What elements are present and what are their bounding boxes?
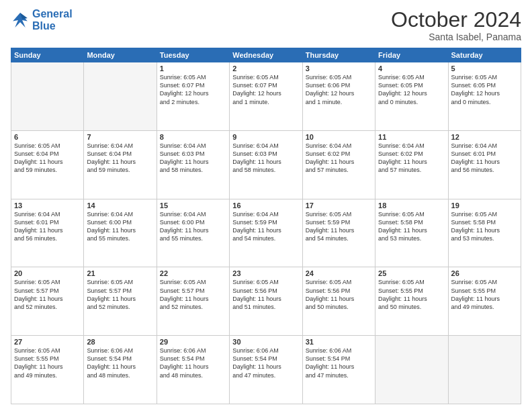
calendar-cell: 14Sunrise: 6:04 AM Sunset: 6:00 PM Dayli…: [84, 199, 157, 267]
calendar-cell: 20Sunrise: 6:05 AM Sunset: 5:57 PM Dayli…: [11, 267, 84, 336]
day-number: 18: [378, 201, 445, 210]
calendar-day-header: Monday: [84, 48, 157, 62]
day-number: 24: [306, 269, 372, 277]
cell-info: Sunrise: 6:05 AM Sunset: 5:55 PM Dayligh…: [378, 278, 445, 311]
day-number: 27: [14, 338, 81, 346]
day-number: 17: [306, 201, 372, 210]
calendar-cell: 21Sunrise: 6:05 AM Sunset: 5:57 PM Dayli…: [84, 267, 157, 336]
title-block: October 2024 Santa Isabel, Panama: [391, 8, 521, 42]
calendar-cell: 4Sunrise: 6:05 AM Sunset: 6:05 PM Daylig…: [375, 62, 448, 131]
day-number: 21: [87, 269, 153, 277]
calendar-day-header: Friday: [375, 48, 448, 62]
cell-info: Sunrise: 6:05 AM Sunset: 5:57 PM Dayligh…: [160, 278, 226, 311]
calendar-week-row: 13Sunrise: 6:04 AM Sunset: 6:01 PM Dayli…: [11, 199, 521, 267]
calendar-cell: 28Sunrise: 6:06 AM Sunset: 5:54 PM Dayli…: [84, 336, 157, 404]
cell-info: Sunrise: 6:05 AM Sunset: 6:05 PM Dayligh…: [451, 73, 518, 106]
location-subtitle: Santa Isabel, Panama: [391, 32, 521, 42]
cell-info: Sunrise: 6:04 AM Sunset: 6:03 PM Dayligh…: [232, 142, 299, 175]
calendar-cell: 8Sunrise: 6:04 AM Sunset: 6:03 PM Daylig…: [157, 130, 229, 199]
day-number: 26: [451, 269, 518, 277]
cell-info: Sunrise: 6:05 AM Sunset: 6:04 PM Dayligh…: [14, 142, 81, 175]
cell-info: Sunrise: 6:05 AM Sunset: 5:56 PM Dayligh…: [306, 278, 372, 311]
calendar-cell: 9Sunrise: 6:04 AM Sunset: 6:03 PM Daylig…: [230, 130, 302, 199]
calendar-table: SundayMondayTuesdayWednesdayThursdayFrid…: [11, 48, 521, 404]
calendar-cell: 26Sunrise: 6:05 AM Sunset: 5:55 PM Dayli…: [448, 267, 521, 336]
calendar-cell: 13Sunrise: 6:04 AM Sunset: 6:01 PM Dayli…: [11, 199, 84, 267]
day-number: 1: [160, 64, 226, 73]
cell-info: Sunrise: 6:05 AM Sunset: 5:59 PM Dayligh…: [306, 210, 372, 243]
day-number: 15: [160, 201, 226, 210]
day-number: 22: [160, 269, 226, 277]
header: General Blue October 2024 Santa Isabel, …: [11, 8, 521, 42]
calendar-cell: 30Sunrise: 6:06 AM Sunset: 5:54 PM Dayli…: [230, 336, 302, 404]
logo: General Blue: [11, 8, 73, 32]
cell-info: Sunrise: 6:05 AM Sunset: 5:58 PM Dayligh…: [378, 210, 445, 243]
cell-info: Sunrise: 6:06 AM Sunset: 5:54 PM Dayligh…: [232, 347, 299, 379]
calendar-cell: 22Sunrise: 6:05 AM Sunset: 5:57 PM Dayli…: [157, 267, 229, 336]
calendar-cell: 6Sunrise: 6:05 AM Sunset: 6:04 PM Daylig…: [11, 130, 84, 199]
logo-icon: [11, 11, 30, 30]
cell-info: Sunrise: 6:06 AM Sunset: 5:54 PM Dayligh…: [160, 347, 226, 379]
calendar-cell: 11Sunrise: 6:04 AM Sunset: 6:02 PM Dayli…: [375, 130, 448, 199]
month-title: October 2024: [391, 8, 521, 32]
calendar-cell: 23Sunrise: 6:05 AM Sunset: 5:56 PM Dayli…: [230, 267, 302, 336]
cell-info: Sunrise: 6:05 AM Sunset: 6:07 PM Dayligh…: [232, 73, 299, 106]
calendar-cell: [375, 336, 448, 404]
calendar-cell: 29Sunrise: 6:06 AM Sunset: 5:54 PM Dayli…: [157, 336, 229, 404]
calendar-cell: 27Sunrise: 6:05 AM Sunset: 5:55 PM Dayli…: [11, 336, 84, 404]
day-number: 7: [87, 133, 153, 141]
calendar-cell: 1Sunrise: 6:05 AM Sunset: 6:07 PM Daylig…: [157, 62, 229, 131]
page: General Blue October 2024 Santa Isabel, …: [0, 0, 532, 411]
calendar-cell: 16Sunrise: 6:04 AM Sunset: 5:59 PM Dayli…: [230, 199, 302, 267]
cell-info: Sunrise: 6:06 AM Sunset: 5:54 PM Dayligh…: [87, 347, 153, 379]
day-number: 23: [232, 269, 299, 277]
calendar-header-row: SundayMondayTuesdayWednesdayThursdayFrid…: [11, 48, 521, 62]
cell-info: Sunrise: 6:04 AM Sunset: 6:01 PM Dayligh…: [451, 142, 518, 175]
day-number: 20: [14, 269, 81, 277]
day-number: 25: [378, 269, 445, 277]
calendar-cell: 31Sunrise: 6:06 AM Sunset: 5:54 PM Dayli…: [302, 336, 375, 404]
day-number: 19: [451, 201, 518, 210]
calendar-cell: 7Sunrise: 6:04 AM Sunset: 6:04 PM Daylig…: [84, 130, 157, 199]
day-number: 28: [87, 338, 153, 346]
calendar-day-header: Wednesday: [230, 48, 302, 62]
cell-info: Sunrise: 6:04 AM Sunset: 6:00 PM Dayligh…: [87, 210, 153, 243]
calendar-week-row: 6Sunrise: 6:05 AM Sunset: 6:04 PM Daylig…: [11, 130, 521, 199]
cell-info: Sunrise: 6:05 AM Sunset: 5:56 PM Dayligh…: [232, 278, 299, 311]
calendar-cell: 5Sunrise: 6:05 AM Sunset: 6:05 PM Daylig…: [448, 62, 521, 131]
calendar-cell: [84, 62, 157, 131]
svg-marker-0: [13, 13, 28, 28]
calendar-cell: 2Sunrise: 6:05 AM Sunset: 6:07 PM Daylig…: [230, 62, 302, 131]
calendar-day-header: Tuesday: [157, 48, 229, 62]
cell-info: Sunrise: 6:05 AM Sunset: 5:57 PM Dayligh…: [14, 278, 81, 311]
cell-info: Sunrise: 6:04 AM Sunset: 6:00 PM Dayligh…: [160, 210, 226, 243]
calendar-cell: [11, 62, 84, 131]
calendar-cell: 15Sunrise: 6:04 AM Sunset: 6:00 PM Dayli…: [157, 199, 229, 267]
calendar-cell: 17Sunrise: 6:05 AM Sunset: 5:59 PM Dayli…: [302, 199, 375, 267]
cell-info: Sunrise: 6:04 AM Sunset: 6:02 PM Dayligh…: [378, 142, 445, 175]
cell-info: Sunrise: 6:04 AM Sunset: 6:01 PM Dayligh…: [14, 210, 81, 243]
day-number: 6: [14, 133, 81, 141]
cell-info: Sunrise: 6:05 AM Sunset: 6:07 PM Dayligh…: [160, 73, 226, 106]
cell-info: Sunrise: 6:05 AM Sunset: 5:58 PM Dayligh…: [451, 210, 518, 243]
cell-info: Sunrise: 6:05 AM Sunset: 5:57 PM Dayligh…: [87, 278, 153, 311]
calendar-cell: [448, 336, 521, 404]
logo-text: General Blue: [32, 8, 73, 32]
cell-info: Sunrise: 6:05 AM Sunset: 6:06 PM Dayligh…: [306, 73, 372, 106]
calendar-cell: 19Sunrise: 6:05 AM Sunset: 5:58 PM Dayli…: [448, 199, 521, 267]
day-number: 8: [160, 133, 226, 141]
calendar-day-header: Sunday: [11, 48, 84, 62]
calendar-week-row: 27Sunrise: 6:05 AM Sunset: 5:55 PM Dayli…: [11, 336, 521, 404]
day-number: 16: [232, 201, 299, 210]
cell-info: Sunrise: 6:04 AM Sunset: 6:03 PM Dayligh…: [160, 142, 226, 175]
day-number: 10: [306, 133, 372, 141]
calendar-cell: 12Sunrise: 6:04 AM Sunset: 6:01 PM Dayli…: [448, 130, 521, 199]
day-number: 29: [160, 338, 226, 346]
calendar-cell: 3Sunrise: 6:05 AM Sunset: 6:06 PM Daylig…: [302, 62, 375, 131]
day-number: 11: [378, 133, 445, 141]
calendar-cell: 25Sunrise: 6:05 AM Sunset: 5:55 PM Dayli…: [375, 267, 448, 336]
day-number: 5: [451, 64, 518, 73]
cell-info: Sunrise: 6:04 AM Sunset: 6:04 PM Dayligh…: [87, 142, 153, 175]
cell-info: Sunrise: 6:05 AM Sunset: 5:55 PM Dayligh…: [14, 347, 81, 379]
calendar-day-header: Thursday: [302, 48, 375, 62]
